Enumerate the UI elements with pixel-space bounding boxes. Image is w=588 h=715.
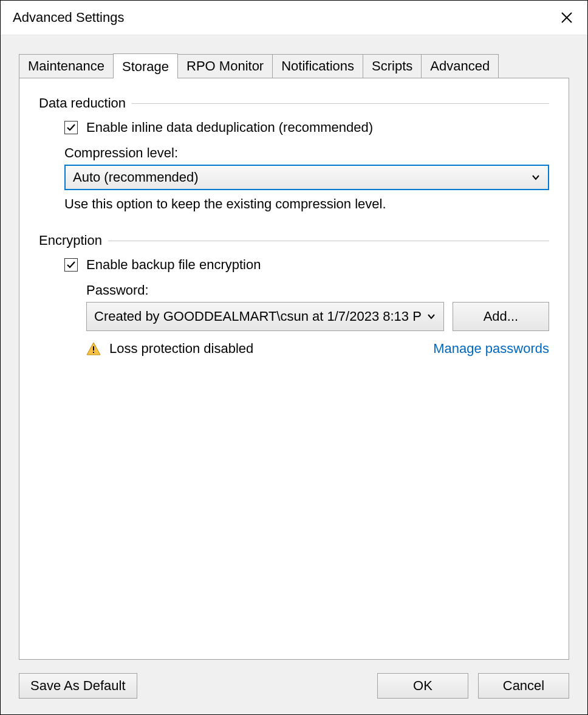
password-select[interactable]: Created by GOODDEALMART\csun at 1/7/2023… (86, 302, 444, 331)
advanced-settings-dialog: Advanced Settings Maintenance Storage RP… (0, 0, 588, 715)
encryption-checkbox-label: Enable backup file encryption (86, 257, 261, 273)
svg-rect-3 (93, 346, 94, 351)
svg-rect-4 (93, 352, 94, 353)
close-button[interactable] (555, 5, 579, 30)
cancel-button[interactable]: Cancel (478, 673, 569, 699)
tab-strip: Maintenance Storage RPO Monitor Notifica… (19, 53, 569, 78)
compression-level-value: Auto (recommended) (73, 169, 526, 185)
save-as-default-button[interactable]: Save As Default (19, 673, 137, 699)
password-value: Created by GOODDEALMART\csun at 1/7/2023… (94, 309, 422, 324)
tab-panel-storage: Data reduction Enable inline data dedupl… (19, 78, 569, 660)
tab-storage[interactable]: Storage (113, 53, 178, 78)
encryption-checkbox-row: Enable backup file encryption (64, 257, 549, 273)
group-data-reduction: Data reduction Enable inline data dedupl… (39, 95, 549, 212)
tab-advanced[interactable]: Advanced (421, 54, 499, 78)
dedup-checkbox-label: Enable inline data deduplication (recomm… (86, 120, 373, 135)
checkmark-icon (66, 260, 76, 270)
compression-hint: Use this option to keep the existing com… (64, 196, 549, 212)
dedup-checkbox[interactable] (64, 121, 78, 134)
encryption-checkbox[interactable] (64, 258, 78, 272)
compression-label: Compression level: (64, 145, 549, 161)
dialog-body: Maintenance Storage RPO Monitor Notifica… (1, 35, 587, 714)
loss-protection-text: Loss protection disabled (109, 341, 425, 357)
divider (132, 103, 549, 104)
tab-rpo-monitor[interactable]: RPO Monitor (177, 54, 273, 78)
checkmark-icon (66, 123, 76, 132)
tab-maintenance[interactable]: Maintenance (19, 54, 114, 78)
group-encryption: Encryption Enable backup file encryption… (39, 233, 549, 357)
chevron-down-icon (531, 173, 541, 182)
password-label: Password: (86, 282, 549, 298)
window-title: Advanced Settings (13, 10, 555, 26)
warning-icon (86, 341, 101, 356)
manage-passwords-link[interactable]: Manage passwords (433, 341, 549, 357)
ok-button[interactable]: OK (377, 673, 468, 699)
compression-level-select[interactable]: Auto (recommended) (64, 165, 549, 190)
divider (108, 241, 549, 241)
dedup-checkbox-row: Enable inline data deduplication (recomm… (64, 120, 549, 135)
group-legend-encryption: Encryption (39, 233, 102, 248)
close-icon (561, 12, 573, 24)
titlebar: Advanced Settings (1, 1, 587, 35)
chevron-down-icon (426, 312, 436, 321)
group-legend-data-reduction: Data reduction (39, 95, 126, 111)
add-password-button[interactable]: Add... (453, 302, 549, 331)
tab-scripts[interactable]: Scripts (363, 54, 422, 78)
tab-notifications[interactable]: Notifications (272, 54, 363, 78)
dialog-footer: Save As Default OK Cancel (19, 660, 569, 699)
